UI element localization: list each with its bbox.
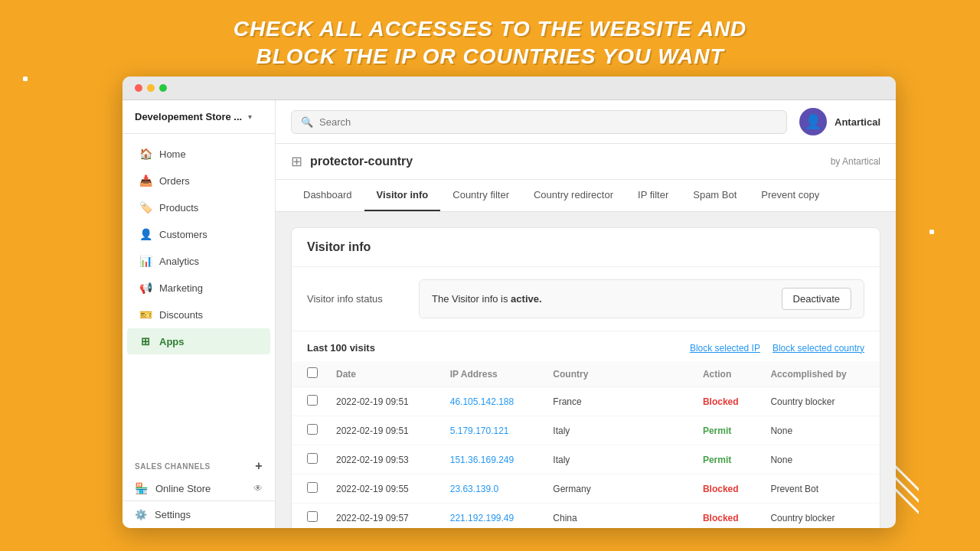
cell-ip: 46.105.142.188 (441, 387, 544, 416)
row-checkbox[interactable] (307, 511, 318, 522)
sidebar-item-customers-label: Customers (159, 229, 207, 240)
cell-date: 2022-02-19 09:51 (327, 416, 441, 445)
cell-date: 2022-02-19 09:57 (327, 504, 441, 529)
add-sales-channel-button[interactable]: + (255, 459, 263, 473)
nav-items: 🏠 Home 📥 Orders 🏷️ Products 👤 Customers … (122, 134, 275, 453)
search-icon: 🔍 (301, 116, 313, 128)
col-accomplished: Accomplished by (761, 361, 880, 387)
store-selector[interactable]: Developement Store ... ▾ (122, 100, 275, 134)
sidebar-item-analytics-label: Analytics (159, 256, 199, 267)
table-row: 2022-02-19 09:51 46.105.142.188 France B… (292, 387, 880, 416)
sidebar-item-orders-label: Orders (159, 175, 190, 187)
sidebar-item-discounts[interactable]: 🎫 Discounts (127, 302, 270, 328)
status-label: Visitor info status (307, 293, 407, 305)
table-row: 2022-02-19 09:51 5.179.170.121 Italy Per… (292, 416, 880, 445)
tab-ip-filter[interactable]: IP filter (626, 180, 681, 211)
table-row: 2022-02-19 09:53 151.36.169.249 Italy Pe… (292, 445, 880, 474)
eye-icon[interactable]: 👁 (253, 483, 263, 494)
cell-ip: 5.179.170.121 (441, 416, 544, 445)
cell-country: Italy (544, 445, 694, 474)
app-title-row: ⊞ protector-country (291, 153, 413, 170)
visits-header: Last 100 visits Block selected IP Block … (292, 331, 880, 361)
block-country-link[interactable]: Block selected country (773, 343, 864, 354)
store-name: Developement Store ... (135, 111, 242, 122)
sidebar-item-home[interactable]: 🏠 Home (127, 141, 270, 167)
cell-ip: 221.192.199.49 (441, 504, 544, 529)
tabs-row: Dashboard Visitor info Country filter Co… (276, 180, 896, 212)
app-name: protector-country (310, 155, 413, 168)
select-all-checkbox[interactable] (307, 367, 318, 378)
discounts-icon: 🎫 (139, 308, 152, 321)
search-input[interactable] (319, 116, 777, 128)
cell-accomplished: None (761, 416, 880, 445)
status-text: The Visitor info is active. (432, 293, 542, 305)
visits-table: Date IP Address Country Action Accomplis… (292, 361, 880, 528)
tab-country-redirector[interactable]: Country redirector (521, 180, 626, 211)
sidebar-item-analytics[interactable]: 📊 Analytics (127, 248, 270, 274)
sales-channels-section: SALES CHANNELS + (122, 453, 275, 476)
tab-dashboard[interactable]: Dashboard (291, 180, 364, 211)
deactivate-button[interactable]: Deactivate (782, 288, 851, 310)
col-country: Country (544, 361, 694, 387)
marketing-icon: 📢 (139, 282, 152, 294)
sidebar-item-orders[interactable]: 📥 Orders (127, 168, 270, 194)
content-body: Visitor info Visitor info status The Vis… (276, 212, 896, 528)
window-controls (135, 84, 167, 92)
sidebar-item-customers[interactable]: 👤 Customers (127, 221, 270, 247)
cell-action: Blocked (694, 387, 762, 416)
tab-prevent-copy[interactable]: Prevent copy (749, 180, 831, 211)
row-checkbox[interactable] (307, 482, 318, 493)
cell-action: Blocked (694, 474, 762, 504)
apps-icon: ⊞ (139, 335, 152, 347)
tab-visitor-info[interactable]: Visitor info (364, 180, 441, 211)
maximize-dot[interactable] (159, 84, 167, 92)
app-layout: Developement Store ... ▾ 🏠 Home 📥 Orders… (122, 100, 896, 528)
cell-action: Permit (694, 416, 762, 445)
visitor-info-card: Visitor info Visitor info status The Vis… (291, 227, 880, 528)
sidebar-item-discounts-label: Discounts (159, 309, 203, 321)
status-box: The Visitor info is active. Deactivate (419, 279, 864, 318)
table-row: 2022-02-19 09:55 23.63.139.0 Germany Blo… (292, 474, 880, 504)
visits-title: Last 100 visits (307, 342, 375, 354)
row-checkbox[interactable] (307, 395, 318, 406)
cell-ip: 151.36.169.249 (441, 445, 544, 474)
sidebar-item-products[interactable]: 🏷️ Products (127, 194, 270, 220)
row-checkbox[interactable] (307, 453, 318, 464)
cell-accomplished: Prevent Bot (761, 474, 880, 504)
col-date: Date (327, 361, 441, 387)
app-grid-icon: ⊞ (291, 153, 302, 170)
browser-chrome (122, 77, 896, 100)
status-row: Visitor info status The Visitor info is … (292, 267, 880, 331)
cell-country: Italy (544, 416, 694, 445)
cell-date: 2022-02-19 09:51 (327, 387, 441, 416)
user-area[interactable]: 👤 Antartical (799, 108, 880, 135)
sales-channels-label: SALES CHANNELS (135, 462, 211, 471)
cell-action: Permit (694, 445, 762, 474)
online-store-icon: 🏪 (135, 482, 148, 494)
avatar: 👤 (799, 108, 827, 135)
sidebar-item-apps[interactable]: ⊞ Apps (127, 328, 270, 354)
minimize-dot[interactable] (147, 84, 155, 92)
username: Antartical (835, 116, 880, 128)
cell-accomplished: Country blocker (761, 387, 880, 416)
tab-country-filter[interactable]: Country filter (440, 180, 521, 211)
search-box[interactable]: 🔍 (291, 110, 787, 134)
sidebar-item-products-label: Products (159, 202, 198, 214)
col-ip: IP Address (441, 361, 544, 387)
cell-action: Blocked (694, 504, 762, 529)
sidebar-item-online-store[interactable]: 🏪 Online Store 👁 (122, 476, 275, 500)
close-dot[interactable] (135, 84, 142, 92)
products-icon: 🏷️ (139, 201, 152, 214)
row-checkbox[interactable] (307, 424, 318, 435)
sidebar-item-settings[interactable]: ⚙️ Settings (122, 500, 275, 528)
tab-spam-bot[interactable]: Spam Bot (681, 180, 749, 211)
sidebar-item-apps-label: Apps (159, 336, 185, 347)
sidebar-item-marketing-label: Marketing (159, 282, 203, 294)
sidebar: Developement Store ... ▾ 🏠 Home 📥 Orders… (122, 100, 276, 528)
block-ip-link[interactable]: Block selected IP (690, 343, 760, 354)
sidebar-item-marketing[interactable]: 📢 Marketing (127, 275, 270, 301)
topbar: 🔍 👤 Antartical (276, 100, 896, 144)
status-active: active. (511, 293, 541, 305)
section-title: Visitor info (292, 228, 880, 267)
cell-accomplished: Country blocker (761, 504, 880, 529)
